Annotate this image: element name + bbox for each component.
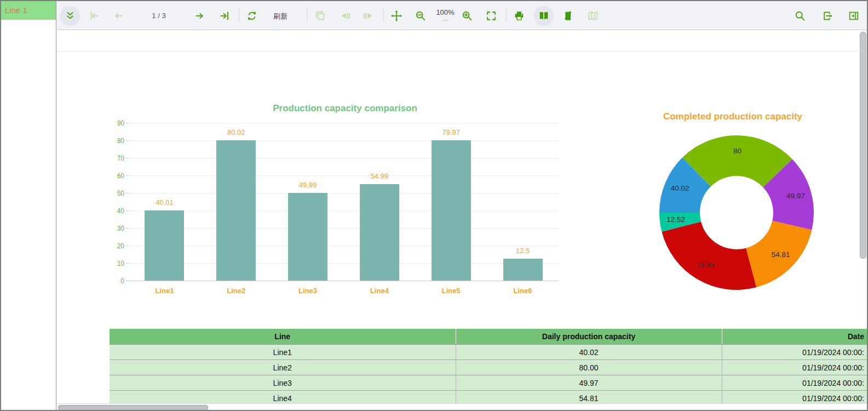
refresh-button[interactable] bbox=[242, 6, 262, 26]
bar-chart-title: Production capacity comparison bbox=[126, 103, 564, 114]
y-axis-label: 30 bbox=[102, 225, 124, 232]
table-cell: 01/19/2024 00:00: bbox=[722, 345, 867, 360]
toolbar-separator bbox=[506, 8, 507, 22]
bar[interactable] bbox=[503, 259, 543, 281]
duplicate-page-button[interactable] bbox=[311, 6, 330, 26]
print-button[interactable] bbox=[509, 6, 529, 26]
y-axis-tick bbox=[126, 210, 129, 211]
donut-chart: 8049.9754.8179.8512.5240.02 bbox=[657, 133, 816, 292]
table-cell: 01/19/2024 00:00: bbox=[722, 360, 867, 375]
bar-value-label: 49.99 bbox=[272, 181, 343, 189]
gridline bbox=[129, 246, 559, 246]
y-axis-tick bbox=[126, 123, 129, 123]
pie-slice[interactable] bbox=[662, 221, 756, 290]
sheet-sidebar: Line 1 bbox=[1, 1, 56, 410]
scroll-icon bbox=[562, 10, 574, 22]
step-forward-icon bbox=[363, 10, 375, 22]
last-page-icon bbox=[219, 10, 231, 22]
table-row: Line349.9701/19/2024 00:00: bbox=[110, 375, 867, 391]
arrow-right-icon bbox=[194, 10, 206, 22]
zoom-in-button[interactable] bbox=[457, 6, 477, 26]
table-header-cell: Daily production capacity bbox=[456, 329, 722, 345]
horizontal-scrollbar[interactable] bbox=[57, 403, 867, 410]
toolbar-separator bbox=[383, 8, 384, 22]
prev-frame-button[interactable] bbox=[335, 6, 355, 26]
y-axis-label: 50 bbox=[102, 190, 124, 197]
bar[interactable] bbox=[432, 140, 471, 281]
bar-value-label: 79.97 bbox=[416, 128, 487, 136]
next-page-button[interactable] bbox=[190, 6, 210, 26]
last-page-button[interactable] bbox=[215, 6, 234, 26]
x-axis-line bbox=[129, 281, 559, 281]
page-edge-line bbox=[57, 51, 867, 52]
toolbar-separator bbox=[239, 8, 239, 22]
refresh-label[interactable]: 刷新 bbox=[268, 12, 292, 21]
zoom-out-button[interactable] bbox=[411, 6, 430, 26]
gridline bbox=[129, 140, 559, 141]
y-axis-label: 60 bbox=[102, 172, 124, 180]
y-axis-label: 10 bbox=[102, 260, 124, 267]
bar-value-label: 54.99 bbox=[344, 172, 415, 180]
search-icon bbox=[794, 10, 806, 22]
export-button[interactable] bbox=[818, 6, 838, 26]
horizontal-scrollbar-thumb[interactable] bbox=[58, 405, 208, 410]
y-axis-label: 20 bbox=[102, 242, 124, 250]
bar[interactable] bbox=[288, 193, 327, 281]
double-chevron-down-icon bbox=[64, 10, 76, 22]
prev-page-button[interactable] bbox=[108, 6, 128, 26]
gridline bbox=[129, 228, 559, 229]
table-row: Line280.0001/19/2024 00:00: bbox=[110, 360, 867, 375]
gridline bbox=[129, 263, 559, 264]
table-row: Line140.0201/19/2024 00:00: bbox=[110, 345, 867, 360]
bar[interactable] bbox=[360, 184, 399, 281]
pan-tool-button[interactable] bbox=[387, 6, 406, 26]
donut-chart-title: Completed production capacity bbox=[623, 111, 842, 122]
zoom-level-dropdown[interactable]: 100% … bbox=[433, 8, 457, 21]
y-axis-tick bbox=[126, 158, 129, 158]
book-view-button[interactable] bbox=[534, 6, 554, 26]
table-cell: Line1 bbox=[110, 345, 456, 360]
y-axis-label: 40 bbox=[102, 207, 124, 215]
table-header-cell: Date bbox=[722, 329, 867, 345]
bar-chart: 010203040506070809040.01Line180.02Line24… bbox=[129, 123, 559, 281]
table-cell: Line2 bbox=[110, 360, 456, 375]
next-frame-button[interactable] bbox=[359, 6, 378, 26]
table-cell: Line3 bbox=[110, 375, 456, 391]
fullscreen-button[interactable] bbox=[481, 6, 501, 26]
toolbar: 1 / 3 bbox=[57, 1, 867, 30]
pie-slice-label: 12.52 bbox=[666, 215, 685, 224]
table-header-row: LineDaily production capacityDate bbox=[110, 329, 867, 345]
scroll-view-button[interactable] bbox=[558, 6, 578, 26]
y-axis-label: 80 bbox=[102, 137, 124, 145]
collapse-toolbar-button[interactable] bbox=[60, 6, 80, 26]
bar[interactable] bbox=[145, 210, 184, 281]
refresh-icon bbox=[246, 10, 258, 22]
y-axis-label: 90 bbox=[102, 119, 124, 127]
page-indicator[interactable]: 1 / 3 bbox=[139, 12, 179, 20]
table-cell: 80.00 bbox=[456, 360, 722, 375]
open-book-icon bbox=[538, 10, 550, 22]
pie-slice-label: 49.97 bbox=[786, 192, 805, 200]
pie-slice-label: 79.85 bbox=[696, 261, 715, 269]
gridline bbox=[129, 123, 559, 123]
bar[interactable] bbox=[216, 140, 256, 281]
first-page-button[interactable] bbox=[84, 6, 104, 26]
multi-page-view-button[interactable] bbox=[583, 6, 603, 26]
collapse-panel-icon bbox=[848, 10, 860, 22]
x-axis-category-label: Line4 bbox=[344, 287, 415, 295]
table-cell: 01/19/2024 00:00: bbox=[722, 391, 867, 404]
report-page: Production capacity comparison 010203040… bbox=[57, 30, 867, 410]
gridline bbox=[129, 210, 559, 211]
bar-value-label: 40.01 bbox=[129, 198, 200, 207]
search-button[interactable] bbox=[790, 6, 810, 26]
collapse-pane-button[interactable] bbox=[844, 6, 864, 26]
export-icon bbox=[822, 10, 834, 22]
x-axis-category-label: Line5 bbox=[416, 287, 487, 295]
sheet-tab-line1[interactable]: Line 1 bbox=[1, 1, 56, 20]
vertical-scrollbar-thumb[interactable] bbox=[860, 32, 866, 259]
table-cell: Line4 bbox=[110, 391, 456, 404]
x-axis-category-label: Line6 bbox=[487, 287, 559, 295]
step-backward-icon bbox=[339, 10, 351, 22]
table-header-cell: Line bbox=[110, 329, 456, 345]
table-cell: 40.02 bbox=[456, 345, 722, 360]
